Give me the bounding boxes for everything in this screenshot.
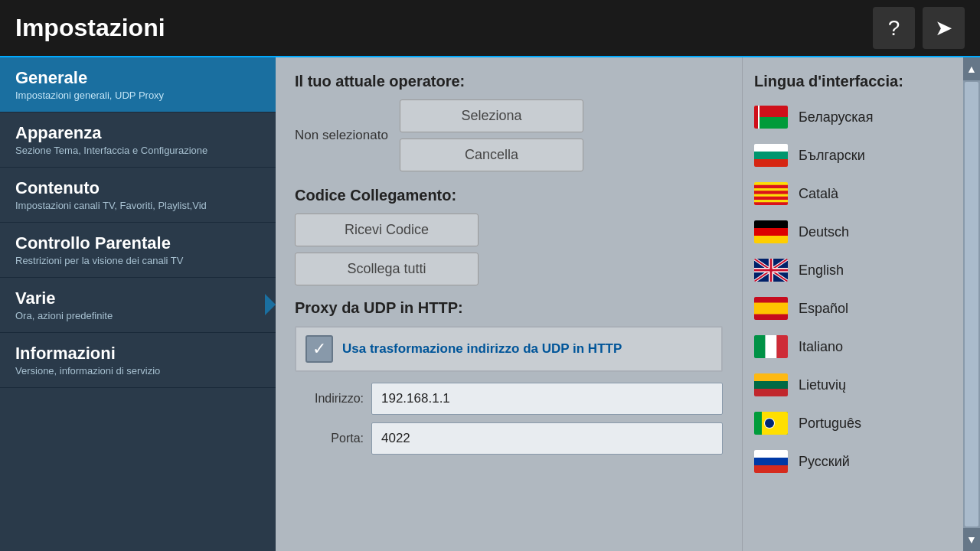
flag-es	[754, 297, 788, 320]
svg-rect-36	[754, 450, 788, 458]
lang-item-es[interactable]: Español	[743, 289, 980, 328]
svg-rect-4	[754, 144, 788, 152]
proxy-checkbox-label: Usa trasformazione indirizzo da UDP in H…	[342, 341, 622, 357]
lang-item-ru[interactable]: Русский	[743, 442, 980, 481]
port-row: Porta:	[295, 422, 723, 455]
operator-row: Non selezionato Seleziona Cancella	[295, 99, 723, 171]
receive-code-button[interactable]: Ricevi Codice	[295, 214, 479, 246]
flag-en	[754, 259, 788, 282]
header-actions: ? ➤	[873, 7, 965, 49]
flag-de	[754, 220, 788, 243]
operator-label: Il tuo attuale operatore:	[295, 73, 723, 90]
lang-item-bg[interactable]: Български	[743, 136, 980, 174]
share-button[interactable]: ➤	[923, 7, 965, 49]
scrollbar: ▲ ▼	[963, 57, 980, 551]
svg-rect-5	[754, 152, 788, 159]
lang-name-pt: Português	[799, 416, 861, 432]
header: Impostazioni ? ➤	[0, 0, 980, 57]
scroll-up-button[interactable]: ▲	[963, 57, 980, 80]
address-row: Indirizzo:	[295, 383, 723, 415]
flag-bg	[754, 144, 788, 167]
sidebar-item-title: Contenuto	[15, 178, 260, 198]
right-panel: Lingua d'interfaccia: Беларуская	[743, 57, 980, 551]
sidebar-item-title: Generale	[15, 68, 260, 88]
svg-rect-11	[754, 202, 788, 205]
lang-name-en: English	[799, 262, 844, 279]
codice-label: Codice Collegamento:	[295, 187, 723, 204]
lang-item-ca[interactable]: Català	[743, 174, 980, 213]
sidebar-item-subtitle: Impostazioni generali, UDP Proxy	[15, 90, 260, 101]
svg-rect-28	[776, 335, 788, 358]
page-title: Impostazioni	[15, 14, 873, 42]
svg-rect-25	[754, 303, 788, 315]
svg-rect-31	[754, 389, 788, 396]
proxy-checkbox-row[interactable]: ✓ Usa trasformazione indirizzo da UDP in…	[295, 326, 723, 372]
lang-item-pt[interactable]: Português	[743, 404, 980, 442]
port-input[interactable]	[371, 422, 723, 455]
address-label: Indirizzo:	[295, 392, 364, 406]
svg-rect-14	[754, 236, 788, 243]
sidebar: Generale Impostazioni generali, UDP Prox…	[0, 57, 276, 551]
lang-item-by[interactable]: Беларуская	[743, 98, 980, 136]
sidebar-item-subtitle: Sezione Tema, Interfaccia e Configurazio…	[15, 145, 260, 156]
lang-name-it: Italiano	[799, 339, 843, 355]
svg-rect-8	[754, 185, 788, 188]
scroll-thumb	[965, 82, 978, 527]
main-layout: Generale Impostazioni generali, UDP Prox…	[0, 57, 980, 551]
sidebar-item-informazioni[interactable]: Informazioni Versione, informazioni di s…	[0, 333, 276, 388]
content-area: Il tuo attuale operatore: Non selezionat…	[276, 57, 980, 551]
lang-name-ca: Català	[799, 186, 838, 202]
sidebar-item-varie[interactable]: Varie Ora, azioni predefinite	[0, 278, 276, 333]
svg-rect-12	[754, 220, 788, 228]
flag-by	[754, 106, 788, 129]
operator-value: Non selezionato	[295, 128, 388, 143]
sidebar-item-contenuto[interactable]: Contenuto Impostazioni canali TV, Favori…	[0, 168, 276, 223]
svg-rect-26	[754, 335, 766, 358]
sidebar-item-generale[interactable]: Generale Impostazioni generali, UDP Prox…	[0, 57, 276, 112]
sidebar-item-title: Controllo Parentale	[15, 233, 260, 253]
svg-rect-9	[754, 191, 788, 194]
content-arrow	[265, 294, 276, 315]
svg-rect-13	[754, 228, 788, 236]
sidebar-item-subtitle: Impostazioni canali TV, Favoriti, Playli…	[15, 200, 260, 211]
flag-it	[754, 335, 788, 358]
sidebar-item-subtitle: Restrizioni per la visione dei canali TV	[15, 255, 260, 266]
cancel-operator-button[interactable]: Cancella	[400, 139, 583, 171]
proxy-checkbox[interactable]: ✓	[305, 335, 333, 363]
codice-section: Codice Collegamento: Ricevi Codice Scoll…	[295, 187, 723, 285]
svg-point-35	[765, 419, 774, 428]
address-input[interactable]	[371, 383, 723, 415]
proxy-label: Proxy da UDP in HTTP:	[295, 299, 723, 317]
lang-name-es: Español	[799, 301, 848, 317]
lang-item-lt[interactable]: Lietuvių	[743, 366, 980, 404]
lang-name-ru: Русский	[799, 454, 850, 470]
sidebar-item-title: Varie	[15, 289, 260, 308]
codice-buttons: Ricevi Codice Scollega tutti	[295, 214, 723, 285]
proxy-section: Proxy da UDP in HTTP: ✓ Usa trasformazio…	[295, 299, 723, 455]
sidebar-item-subtitle: Versione, informazioni di servizio	[15, 365, 260, 377]
sidebar-item-controllo[interactable]: Controllo Parentale Restrizioni per la v…	[0, 223, 276, 278]
left-panel: Il tuo attuale operatore: Non selezionat…	[276, 57, 743, 551]
port-label: Porta:	[295, 432, 364, 445]
sidebar-item-title: Apparenza	[15, 123, 260, 143]
disconnect-all-button[interactable]: Scollega tutti	[295, 253, 479, 285]
svg-rect-3	[754, 106, 758, 129]
flag-pt	[754, 412, 788, 435]
help-button[interactable]: ?	[873, 7, 915, 49]
lang-item-de[interactable]: Deutsch	[743, 213, 980, 251]
svg-rect-6	[754, 159, 788, 167]
svg-rect-27	[766, 335, 777, 358]
select-operator-button[interactable]: Seleziona	[400, 99, 583, 132]
flag-ca	[754, 182, 788, 205]
svg-rect-38	[754, 465, 788, 473]
lang-item-it[interactable]: Italiano	[743, 328, 980, 366]
sidebar-item-subtitle: Ora, azioni predefinite	[15, 310, 260, 321]
svg-rect-30	[754, 381, 788, 389]
scroll-down-button[interactable]: ▼	[963, 528, 980, 551]
svg-rect-29	[754, 373, 788, 381]
sidebar-item-apparenza[interactable]: Apparenza Sezione Tema, Interfaccia e Co…	[0, 112, 276, 168]
lang-name-by: Беларуская	[799, 109, 873, 126]
lang-item-en[interactable]: English	[743, 251, 980, 289]
language-header: Lingua d'interfaccia:	[743, 57, 980, 98]
flag-ru	[754, 450, 788, 473]
